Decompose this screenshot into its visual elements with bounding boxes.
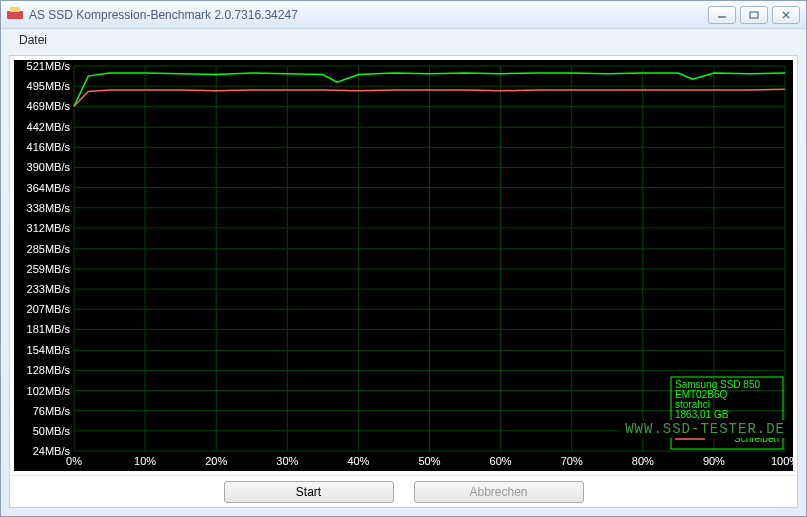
svg-text:259MB/s: 259MB/s bbox=[27, 263, 71, 275]
window-title: AS SSD Kompression-Benchmark 2.0.7316.34… bbox=[29, 8, 708, 22]
svg-text:495MB/s: 495MB/s bbox=[27, 80, 71, 92]
menubar: Datei bbox=[1, 29, 806, 51]
svg-text:521MB/s: 521MB/s bbox=[27, 60, 71, 72]
watermark: WWW.SSD-TESTER.DE bbox=[621, 420, 789, 438]
svg-text:1863,01 GB: 1863,01 GB bbox=[675, 409, 729, 420]
maximize-icon bbox=[749, 11, 759, 19]
benchmark-chart: 521MB/s495MB/s469MB/s442MB/s416MB/s390MB… bbox=[14, 60, 793, 471]
app-window: AS SSD Kompression-Benchmark 2.0.7316.34… bbox=[0, 0, 807, 517]
button-bar: Start Abbrechen bbox=[10, 475, 797, 507]
svg-text:207MB/s: 207MB/s bbox=[27, 303, 71, 315]
svg-text:76MB/s: 76MB/s bbox=[33, 405, 71, 417]
minimize-button[interactable] bbox=[708, 6, 736, 24]
svg-text:285MB/s: 285MB/s bbox=[27, 243, 71, 255]
chart-area: 521MB/s495MB/s469MB/s442MB/s416MB/s390MB… bbox=[14, 60, 793, 471]
abort-button: Abbrechen bbox=[414, 481, 584, 503]
svg-text:20%: 20% bbox=[205, 455, 227, 467]
svg-text:50%: 50% bbox=[418, 455, 440, 467]
svg-text:70%: 70% bbox=[561, 455, 583, 467]
svg-text:442MB/s: 442MB/s bbox=[27, 121, 71, 133]
svg-text:10%: 10% bbox=[134, 455, 156, 467]
svg-text:50MB/s: 50MB/s bbox=[33, 425, 71, 437]
svg-rect-1 bbox=[750, 12, 758, 18]
svg-text:80%: 80% bbox=[632, 455, 654, 467]
svg-text:40%: 40% bbox=[347, 455, 369, 467]
svg-text:233MB/s: 233MB/s bbox=[27, 283, 71, 295]
svg-text:338MB/s: 338MB/s bbox=[27, 202, 71, 214]
svg-text:0%: 0% bbox=[66, 455, 82, 467]
titlebar: AS SSD Kompression-Benchmark 2.0.7316.34… bbox=[1, 1, 806, 29]
svg-text:60%: 60% bbox=[490, 455, 512, 467]
window-controls bbox=[708, 6, 800, 24]
svg-text:469MB/s: 469MB/s bbox=[27, 100, 71, 112]
svg-text:24MB/s: 24MB/s bbox=[33, 445, 71, 457]
maximize-button[interactable] bbox=[740, 6, 768, 24]
svg-text:90%: 90% bbox=[703, 455, 725, 467]
svg-text:128MB/s: 128MB/s bbox=[27, 364, 71, 376]
content-panel: 521MB/s495MB/s469MB/s442MB/s416MB/s390MB… bbox=[9, 55, 798, 508]
start-button[interactable]: Start bbox=[224, 481, 394, 503]
close-button[interactable] bbox=[772, 6, 800, 24]
svg-text:312MB/s: 312MB/s bbox=[27, 222, 71, 234]
svg-text:181MB/s: 181MB/s bbox=[27, 323, 71, 335]
menu-file[interactable]: Datei bbox=[11, 31, 55, 49]
close-icon bbox=[781, 11, 791, 19]
svg-text:102MB/s: 102MB/s bbox=[27, 385, 71, 397]
svg-text:30%: 30% bbox=[276, 455, 298, 467]
minimize-icon bbox=[717, 11, 727, 19]
svg-text:416MB/s: 416MB/s bbox=[27, 141, 71, 153]
svg-text:390MB/s: 390MB/s bbox=[27, 161, 71, 173]
svg-text:364MB/s: 364MB/s bbox=[27, 182, 71, 194]
svg-text:154MB/s: 154MB/s bbox=[27, 344, 71, 356]
app-icon bbox=[7, 7, 23, 23]
svg-text:100%: 100% bbox=[771, 455, 793, 467]
